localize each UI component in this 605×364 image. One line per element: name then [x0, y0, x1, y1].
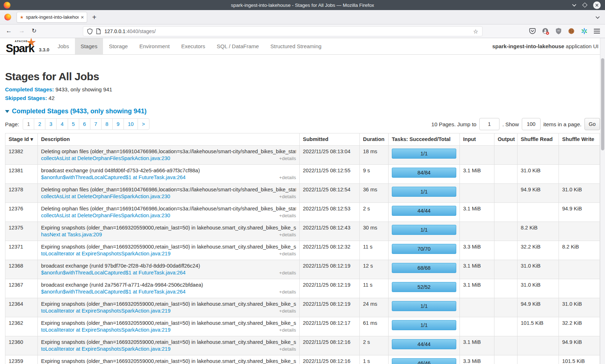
stage-detail-link[interactable]: hasNext at Tasks.java:209 [41, 231, 102, 238]
shuffle-write-cell [559, 165, 600, 184]
page-button-6[interactable]: 6 [79, 118, 90, 130]
page-button-5[interactable]: 5 [68, 118, 79, 130]
stage-description: Expiring snapshots (older_than=166932055… [41, 224, 296, 231]
url-bar[interactable]: 127.0.0.1:4040/stages/ ☆ [83, 26, 483, 36]
tasks-cell: 1/1 [389, 146, 460, 165]
nav-item-stages[interactable]: Stages [75, 38, 103, 54]
nav-item-executors[interactable]: Executors [175, 38, 211, 54]
window-close-button[interactable] [593, 1, 601, 9]
window-maximize-button[interactable] [583, 3, 587, 7]
page-button-2[interactable]: 2 [34, 118, 45, 130]
column-header-submitted[interactable]: Submitted [300, 133, 360, 146]
reload-button[interactable]: ↻ [32, 27, 36, 34]
nav-item-sql-dataframe[interactable]: SQL / DataFrame [211, 38, 265, 54]
pocket-icon[interactable] [529, 28, 536, 35]
shuffle-write-cell: 31.0 KiB [559, 184, 600, 203]
items-label: items in a page. [543, 121, 582, 127]
details-toggle[interactable]: +details [276, 288, 296, 295]
page-button-8[interactable]: 8 [101, 118, 113, 130]
jump-to-page-input[interactable] [479, 118, 499, 130]
details-toggle[interactable]: +details [276, 155, 296, 162]
stage-detail-link[interactable]: $anonfun$withThreadLocalCaptured$1 at Fu… [41, 269, 185, 276]
column-header-shuffle-read[interactable]: Shuffle Read [517, 133, 559, 146]
page-button->[interactable]: > [138, 118, 149, 130]
details-toggle[interactable]: +details [276, 231, 296, 238]
column-header-input[interactable]: Input [460, 133, 494, 146]
column-header-output[interactable]: Output [494, 133, 517, 146]
stage-detail-link[interactable]: collectAsList at DeleteOrphanFilesSparkA… [41, 193, 170, 200]
stage-detail-link[interactable]: toLocalIterator at ExpireSnapshotsSparkA… [41, 250, 171, 257]
column-header-description[interactable]: Description [38, 133, 300, 146]
stage-detail-link[interactable]: collectAsList at DeleteOrphanFilesSparkA… [41, 212, 170, 219]
stage-id-cell: 12376 [5, 203, 38, 222]
page-button-10[interactable]: 10 [124, 118, 138, 130]
tab-close-button[interactable]: × [81, 14, 84, 20]
submitted-cell: 2022/11/25 08:12:55 [300, 165, 360, 184]
account-icon[interactable] [542, 28, 549, 35]
table-header-row: Stage Id ▾DescriptionSubmittedDurationTa… [5, 133, 600, 146]
stage-detail-link[interactable]: collectAsList at DeleteOrphanFilesSparkA… [41, 155, 170, 162]
scrollbar-thumb[interactable] [601, 58, 604, 150]
details-toggle[interactable]: +details [276, 327, 296, 333]
page-button-7[interactable]: 7 [90, 118, 102, 130]
details-toggle[interactable]: +details [276, 212, 296, 219]
items-per-page-input[interactable] [522, 118, 541, 130]
page-button-4[interactable]: 4 [56, 118, 68, 130]
output-cell [494, 260, 517, 279]
forward-button[interactable]: → [19, 27, 25, 35]
details-toggle[interactable]: +details [276, 269, 296, 276]
tasks-cell: 46/46 [389, 355, 460, 364]
window-minimize-button[interactable] [572, 4, 577, 7]
bookmark-star-icon[interactable]: ☆ [473, 28, 478, 35]
duration-cell: 11 s [360, 241, 389, 260]
list-all-tabs-button[interactable] [595, 14, 600, 21]
completed-stages-section-toggle[interactable]: Completed Stages (9433, only showing 941… [5, 107, 600, 116]
tasks-progress-label: 1/1 [420, 227, 427, 233]
column-header-stage-id[interactable]: Stage Id ▾ [5, 133, 38, 146]
section-title: Completed Stages (9433, only showing 941… [12, 108, 147, 115]
page-button-3[interactable]: 3 [45, 118, 57, 130]
browser-tab[interactable]: ★ spark-ingest-into-lakehous × [17, 12, 87, 23]
completed-stages-link[interactable]: Completed Stages: [5, 86, 54, 92]
stage-id-cell: 12367 [5, 279, 38, 298]
new-tab-button[interactable]: + [92, 14, 97, 21]
stage-detail-link[interactable]: toLocalIterator at ExpireSnapshotsSparkA… [41, 327, 171, 333]
page-info-icon[interactable] [96, 28, 101, 34]
scrollbar-track[interactable] [600, 38, 605, 364]
stage-detail-link[interactable]: $anonfun$withThreadLocalCaptured$1 at Fu… [41, 174, 185, 181]
tasks-progress-bar: 1/1 [392, 187, 456, 197]
page-button-1[interactable]: 1 [23, 118, 34, 130]
ublock-shield-icon[interactable]: UO [555, 28, 562, 35]
details-toggle[interactable]: +details [276, 308, 296, 314]
details-toggle[interactable]: +details [276, 250, 296, 257]
column-header-tasks-succeeded-total[interactable]: Tasks: Succeeded/Total [389, 133, 460, 146]
spark-logo[interactable]: APACHE ★ Spark 3.3.0 [5, 38, 52, 54]
hamburger-menu-icon[interactable] [594, 28, 600, 34]
submitted-cell: 2022/11/25 08:12:43 [300, 222, 360, 241]
column-header-shuffle-write[interactable]: Shuffle Write [559, 133, 600, 146]
skipped-stages-link[interactable]: Skipped Stages: [5, 95, 47, 101]
stage-detail-link[interactable]: $anonfun$withThreadLocalCaptured$1 at Fu… [41, 288, 185, 295]
description-cell: Expiring snapshots (older_than=166932055… [38, 298, 300, 317]
submitted-cell: 2022/11/25 08:12:19 [300, 279, 360, 298]
column-header-duration[interactable]: Duration [360, 133, 389, 146]
description-cell: broadcast exchange (runId 2a75677f-a771-… [38, 279, 300, 298]
details-toggle[interactable]: +details [276, 174, 296, 181]
nav-item-storage[interactable]: Storage [103, 38, 134, 54]
description-cell: Expiring snapshots (older_than=166932055… [38, 241, 300, 260]
nav-item-environment[interactable]: Environment [134, 38, 175, 54]
cookie-icon[interactable] [568, 28, 575, 35]
go-button[interactable]: Go [584, 118, 600, 130]
browser-tab-bar: ★ spark-ingest-into-lakehous × + [0, 10, 605, 24]
extension-colorburst-icon[interactable] [581, 28, 588, 35]
back-button[interactable]: ← [6, 27, 12, 35]
nav-item-structured-streaming[interactable]: Structured Streaming [265, 38, 327, 54]
nav-item-jobs[interactable]: Jobs [52, 38, 75, 54]
stage-description: Expiring snapshots (older_than=166932055… [41, 358, 296, 364]
stage-detail-link[interactable]: toLocalIterator at ExpireSnapshotsSparkA… [41, 346, 171, 352]
stage-detail-link[interactable]: toLocalIterator at ExpireSnapshotsSparkA… [41, 308, 171, 314]
details-toggle[interactable]: +details [276, 346, 296, 352]
shuffle-write-cell: 31.0 KiB [559, 298, 600, 317]
page-button-9[interactable]: 9 [112, 118, 124, 130]
details-toggle[interactable]: +details [276, 193, 296, 200]
